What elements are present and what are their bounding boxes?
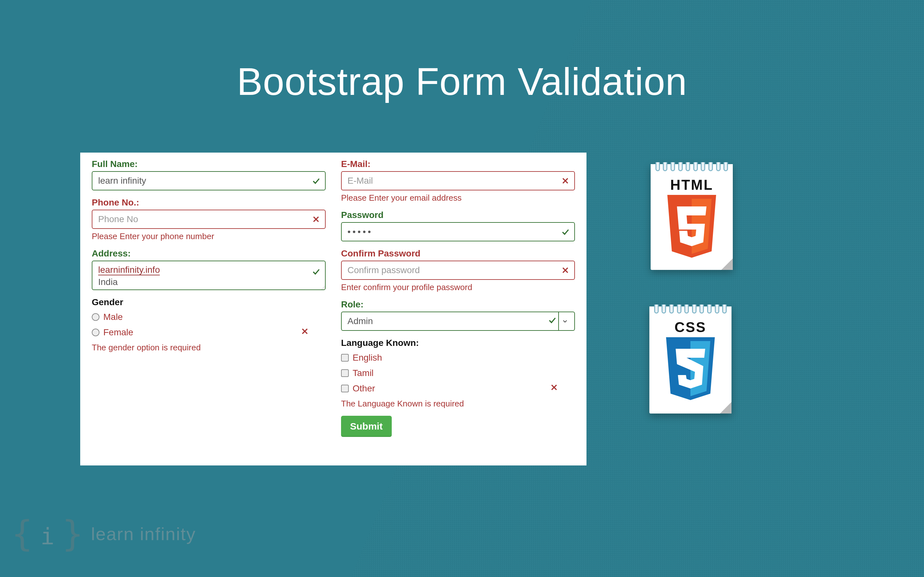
watermark-text: learn infinity xyxy=(91,524,196,544)
option-label: Male xyxy=(103,312,123,322)
field-full-name: Full Name: learn infinity xyxy=(92,159,326,190)
phone-input[interactable]: Phone No xyxy=(92,210,326,229)
option-label: Tamil xyxy=(352,368,373,378)
page-title: Bootstrap Form Validation xyxy=(0,59,924,103)
gender-female[interactable]: Female xyxy=(92,325,326,340)
confirm-label: Confirm Password xyxy=(341,248,575,259)
radio-icon xyxy=(92,313,99,321)
cross-icon xyxy=(300,327,309,338)
field-phone: Phone No.: Phone No Please Enter your ph… xyxy=(92,197,326,242)
spiral-binding-icon xyxy=(651,164,733,176)
email-placeholder: E-Mail xyxy=(347,176,373,186)
field-address: Address: learninfinity.info India xyxy=(92,248,326,290)
field-gender: Gender Male Female The gender option is xyxy=(92,297,326,353)
email-input[interactable]: E-Mail xyxy=(341,171,575,190)
html-badge-text: HTML xyxy=(651,176,733,195)
full-name-label: Full Name: xyxy=(92,159,326,169)
form-card: Full Name: learn infinity Phone No.: Pho… xyxy=(80,153,586,466)
field-password: Password ••••• xyxy=(341,210,575,242)
cross-icon xyxy=(560,265,570,276)
submit-button[interactable]: Submit xyxy=(341,416,392,437)
full-name-value: learn infinity xyxy=(98,176,146,186)
role-selected: Admin xyxy=(347,316,373,326)
phone-label: Phone No.: xyxy=(92,197,326,208)
gender-male[interactable]: Male xyxy=(92,309,326,325)
field-role: Role: Admin xyxy=(341,300,575,331)
cross-icon xyxy=(550,384,558,394)
checkbox-icon xyxy=(341,354,349,362)
lang-tamil[interactable]: Tamil xyxy=(341,366,575,381)
language-help: The Language Known is required xyxy=(341,399,575,409)
brace-open-icon: { xyxy=(11,516,33,551)
checkbox-icon xyxy=(341,385,349,392)
option-label: English xyxy=(352,353,382,363)
option-label: Female xyxy=(103,327,133,338)
address-line1: learninfinity.info xyxy=(98,265,160,276)
email-help: Please Enter your email address xyxy=(341,193,575,203)
form-left-column: Full Name: learn infinity Phone No.: Pho… xyxy=(84,159,333,437)
check-icon xyxy=(311,176,321,186)
address-textarea[interactable]: learninfinity.info India xyxy=(92,261,326,290)
css3-logo-card: CSS xyxy=(649,306,732,414)
gender-help: The gender option is required xyxy=(92,343,326,353)
lang-other[interactable]: Other xyxy=(341,381,575,396)
chevron-down-icon xyxy=(558,312,571,330)
form-right-column: E-Mail: E-Mail Please Enter your email a… xyxy=(333,159,583,437)
language-options: English Tamil Other xyxy=(341,350,575,396)
role-label: Role: xyxy=(341,300,575,309)
check-icon xyxy=(311,266,321,277)
page-fold-icon xyxy=(721,258,733,270)
checkbox-icon xyxy=(341,369,349,377)
field-email: E-Mail: E-Mail Please Enter your email a… xyxy=(341,159,575,203)
html5-logo-card: HTML xyxy=(651,164,733,270)
email-label: E-Mail: xyxy=(341,159,575,169)
option-label: Other xyxy=(352,384,375,394)
watermark: { i } learn infinity xyxy=(11,516,196,551)
confirm-help: Enter confirm your profile password xyxy=(341,282,575,292)
radio-icon xyxy=(92,329,99,336)
phone-help: Please Enter your phone number xyxy=(92,231,326,242)
gender-label: Gender xyxy=(92,297,326,308)
phone-placeholder: Phone No xyxy=(98,214,138,224)
confirm-placeholder: Confirm password xyxy=(347,265,420,276)
brace-close-icon: } xyxy=(62,516,83,551)
language-label: Language Known: xyxy=(341,338,575,348)
watermark-glyph: i xyxy=(40,523,54,550)
field-language: Language Known: English Tamil Other xyxy=(341,338,575,409)
page-fold-icon xyxy=(720,402,732,414)
css-badge-text: CSS xyxy=(649,318,732,337)
address-label: Address: xyxy=(92,248,326,259)
role-select[interactable]: Admin xyxy=(341,311,575,331)
address-line2: India xyxy=(98,277,118,287)
lang-english[interactable]: English xyxy=(341,350,575,366)
password-input[interactable]: ••••• xyxy=(341,222,575,242)
full-name-input[interactable]: learn infinity xyxy=(92,171,326,190)
confirm-input[interactable]: Confirm password xyxy=(341,261,575,280)
cross-icon xyxy=(311,214,321,224)
spiral-binding-icon xyxy=(649,306,732,318)
password-masked: ••••• xyxy=(347,227,373,237)
check-icon xyxy=(548,316,556,327)
css3-shield-icon xyxy=(662,337,719,404)
html5-shield-icon xyxy=(663,195,720,261)
field-confirm-password: Confirm Password Confirm password Enter … xyxy=(341,248,575,292)
gender-options: Male Female xyxy=(92,309,326,340)
password-label: Password xyxy=(341,210,575,220)
check-icon xyxy=(560,227,570,237)
cross-icon xyxy=(560,176,570,186)
resize-handle-icon[interactable] xyxy=(318,283,325,290)
